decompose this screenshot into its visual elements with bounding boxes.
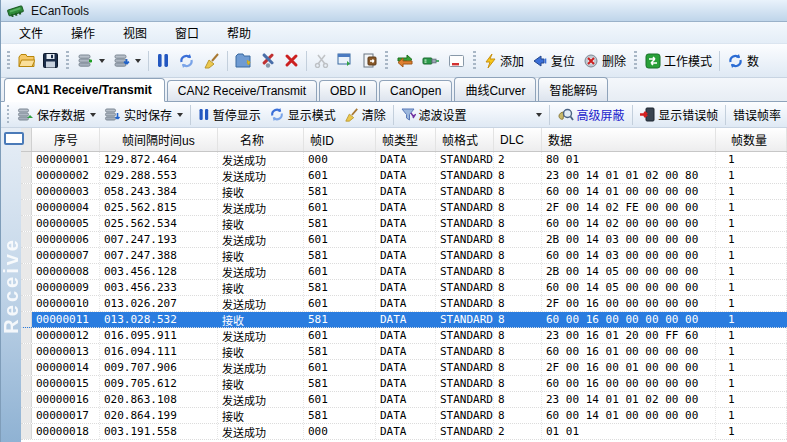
table-cell: 000 — [304, 152, 376, 167]
table-cell: 581 — [304, 184, 376, 199]
table-cell: DATA — [376, 328, 436, 343]
minimize-window-button[interactable] — [444, 51, 469, 71]
usb-device-button[interactable] — [418, 51, 444, 71]
delete-button[interactable]: 删除 — [579, 49, 630, 72]
table-cell: 581 — [304, 280, 376, 295]
tab-3[interactable]: OBD II — [319, 80, 377, 101]
advanced-mask-button[interactable]: 高级屏蔽 — [553, 103, 629, 126]
refresh-button[interactable] — [174, 50, 199, 72]
column-header[interactable]: 帧类型 — [376, 128, 436, 151]
table-row[interactable]: 00000006007.247.193发送成功601DATASTANDARD82… — [21, 232, 787, 248]
table-row[interactable]: 00000009003.456.233接收581DATASTANDARD860 … — [21, 280, 787, 296]
clean-button[interactable] — [199, 50, 224, 72]
error-frame-rate-button[interactable]: 错误帧率 — [729, 103, 785, 126]
table-row[interactable]: 00000011013.028.532接收581DATASTANDARD860 … — [21, 312, 787, 328]
realtime-save-label: 实时保存 — [124, 106, 172, 123]
table-cell: 8 — [494, 168, 542, 183]
table-row[interactable]: 00000015009.705.612接收581DATASTANDARD860 … — [21, 376, 787, 392]
toolbar-gripper — [473, 51, 476, 71]
column-header[interactable]: 帧间隔时间us — [100, 128, 218, 151]
tab-2[interactable]: CAN2 Receive/Transmit — [167, 80, 317, 101]
new-project-button[interactable] — [231, 50, 256, 71]
menu-item-2[interactable]: 操作 — [57, 21, 109, 44]
table-cell: 007.247.388 — [100, 248, 218, 263]
display-mode-button[interactable]: 显示模式 — [265, 103, 340, 126]
table-cell: 1 — [716, 344, 787, 359]
broom-icon — [344, 108, 359, 122]
menu-item-3[interactable]: 视图 — [109, 21, 161, 44]
column-header[interactable]: 名称 — [218, 128, 304, 151]
table-cell: 1 — [716, 296, 787, 311]
tab-4[interactable]: CanOpen — [379, 80, 452, 101]
column-header[interactable]: 帧格式 — [436, 128, 494, 151]
table-row[interactable]: 00000007007.247.388接收581DATASTANDARD860 … — [21, 248, 787, 264]
menu-item-1[interactable]: 文件 — [5, 21, 57, 44]
table-row[interactable]: 00000014009.707.906发送成功601DATASTANDARD82… — [21, 360, 787, 376]
column-header[interactable]: 帧ID — [304, 128, 376, 151]
disconnect-device-button[interactable] — [109, 50, 145, 72]
table-cell: 00000014 — [32, 360, 100, 375]
select-all-checkbox[interactable] — [4, 132, 24, 145]
import-button[interactable] — [358, 50, 381, 71]
copy-window-button[interactable] — [333, 50, 358, 71]
pause-button[interactable] — [152, 50, 174, 71]
table-row[interactable]: 00000005025.562.534接收581DATASTANDARD860 … — [21, 216, 787, 232]
table-row[interactable]: 00000017020.864.199接收581DATASTANDARD860 … — [21, 408, 787, 424]
table-cell: 2F 00 14 02 FE 00 00 00 — [542, 200, 716, 215]
reset-button-label: 复位 — [551, 52, 575, 69]
table-cell: STANDARD — [436, 392, 494, 407]
table-row[interactable]: 00000003058.243.384接收581DATASTANDARD860 … — [21, 184, 787, 200]
chevron-down-icon — [177, 113, 183, 117]
menu-item-5[interactable]: 帮助 — [213, 21, 265, 44]
close-device-button[interactable] — [280, 50, 303, 71]
table-row[interactable]: 00000016020.863.108发送成功601DATASTANDARD82… — [21, 392, 787, 408]
save-data-button[interactable]: 保存数据 — [13, 103, 100, 126]
table-row[interactable]: 00000002029.288.553发送成功601DATASTANDARD82… — [21, 168, 787, 184]
table-row[interactable]: 00000012016.095.911发送成功601DATASTANDARD82… — [21, 328, 787, 344]
settings-tools-button[interactable] — [256, 50, 280, 72]
connect-device-button[interactable] — [73, 50, 109, 72]
table-cell: STANDARD — [436, 168, 494, 183]
filter-settings-button[interactable]: 滤波设置 — [397, 103, 471, 126]
tab-5[interactable]: 曲线Curver — [454, 77, 536, 101]
table-cell: 013.026.207 — [100, 296, 218, 311]
data-stream-button[interactable]: 数 — [723, 49, 763, 72]
swap-channels-button[interactable] — [392, 50, 418, 71]
reset-button[interactable]: 复位 — [528, 49, 579, 72]
table-row[interactable]: 00000018003.191.558发送成功000DATASTANDARD20… — [21, 424, 787, 440]
error-arrow-icon — [639, 107, 655, 122]
clear-button[interactable]: 清除 — [340, 103, 390, 126]
table-cell: DATA — [376, 200, 436, 215]
table-cell: 1 — [716, 424, 787, 439]
add-frame-button[interactable]: 添加 — [480, 49, 528, 72]
tab-6[interactable]: 智能解码 — [538, 77, 608, 101]
row-header-cell — [21, 168, 32, 183]
table-cell: 8 — [494, 328, 542, 343]
table-cell: 00000017 — [32, 408, 100, 423]
column-header[interactable]: 帧数量 — [716, 128, 787, 151]
open-file-button[interactable] — [14, 50, 39, 71]
filter-combobox[interactable] — [471, 106, 546, 124]
work-mode-button[interactable]: 工作模式 — [641, 49, 716, 72]
tab-1[interactable]: CAN1 Receive/Transmit — [4, 78, 165, 102]
column-header[interactable]: DLC — [494, 128, 542, 151]
column-header[interactable]: 数据 — [542, 128, 716, 151]
main-toolbar: 添加 复位 删除 工作模式 — [1, 44, 787, 78]
realtime-save-button[interactable]: 实时保存 — [100, 103, 187, 126]
menu-bar: 文件操作视图窗口帮助 — [1, 22, 787, 44]
chevron-down-icon — [536, 113, 542, 117]
table-row[interactable]: 00000001129.872.464发送成功000DATASTANDARD28… — [21, 152, 787, 168]
show-error-frames-button[interactable]: 显示错误帧 — [635, 103, 722, 126]
pause-icon — [198, 108, 210, 121]
menu-item-4[interactable]: 窗口 — [161, 21, 213, 44]
table-row[interactable]: 00000008003.456.128发送成功601DATASTANDARD82… — [21, 264, 787, 280]
table-row[interactable]: 00000013016.094.111接收581DATASTANDARD860 … — [21, 344, 787, 360]
column-header[interactable]: 序号 — [32, 128, 100, 151]
table-cell: STANDARD — [436, 344, 494, 359]
table-cell: 8 — [494, 296, 542, 311]
pause-display-button[interactable]: 暂停显示 — [194, 103, 265, 126]
table-row[interactable]: 00000010013.026.207发送成功601DATASTANDARD82… — [21, 296, 787, 312]
table-row[interactable]: 00000004025.562.815发送成功601DATASTANDARD82… — [21, 200, 787, 216]
cut-button[interactable] — [310, 50, 333, 71]
save-file-button[interactable] — [39, 50, 62, 71]
